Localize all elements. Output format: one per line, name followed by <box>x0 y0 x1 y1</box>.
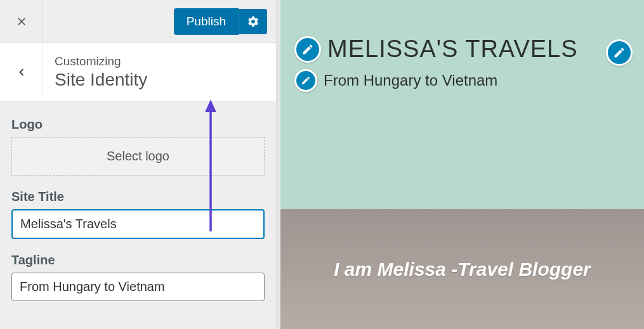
preview-pane: MELISSA'S TRAVELS From Hungary to Vietna… <box>277 0 644 329</box>
preview-hero-headline: I am Melissa -Travel Blogger <box>334 259 591 280</box>
section-title-text: Customizing Site Identity <box>43 43 147 101</box>
publish-button[interactable]: Publish <box>174 8 239 35</box>
preview-hero-top: MELISSA'S TRAVELS From Hungary to Vietna… <box>280 0 644 209</box>
site-title-input[interactable] <box>11 209 265 239</box>
section-name: Site Identity <box>55 70 147 90</box>
close-icon <box>15 15 28 28</box>
preview-tagline: From Hungary to Vietnam <box>324 72 497 89</box>
select-logo-button[interactable]: Select logo <box>11 137 265 176</box>
edit-shortcut-title[interactable] <box>294 36 321 63</box>
pencil-icon <box>301 43 314 56</box>
customizer-sidebar: Publish Customizing Site Identity Logo S… <box>0 0 277 329</box>
controls-panel: Logo Select logo Site Title Tagline <box>0 102 276 315</box>
header-spacer <box>43 0 174 42</box>
publish-group: Publish <box>174 0 276 42</box>
site-title-control: Site Title <box>11 190 265 239</box>
preview-site-title: MELISSA'S TRAVELS <box>327 35 578 63</box>
section-title-row: Customizing Site Identity <box>0 43 276 102</box>
tagline-control: Tagline <box>11 253 265 301</box>
pencil-icon <box>613 46 626 59</box>
edit-shortcut-menu[interactable] <box>606 39 633 66</box>
logo-control: Logo Select logo <box>11 117 265 176</box>
preview-site-title-row: MELISSA'S TRAVELS <box>294 35 644 63</box>
edit-shortcut-tagline[interactable] <box>294 69 317 92</box>
pencil-icon <box>301 75 311 86</box>
preview-tagline-row: From Hungary to Vietnam <box>294 69 644 92</box>
preview-hero-bottom: I am Melissa -Travel Blogger <box>280 209 644 329</box>
logo-label: Logo <box>11 117 265 132</box>
customizer-header: Publish <box>0 0 276 43</box>
tagline-input[interactable] <box>11 273 265 301</box>
site-title-label: Site Title <box>11 190 265 204</box>
back-button[interactable] <box>0 43 43 101</box>
tagline-label: Tagline <box>11 253 265 268</box>
close-button[interactable] <box>0 0 43 42</box>
publish-settings-button[interactable] <box>239 9 267 34</box>
gear-icon <box>247 15 260 28</box>
chevron-left-icon <box>15 65 29 79</box>
preview-scroll[interactable]: MELISSA'S TRAVELS From Hungary to Vietna… <box>280 0 644 329</box>
customizing-label: Customizing <box>55 55 147 68</box>
